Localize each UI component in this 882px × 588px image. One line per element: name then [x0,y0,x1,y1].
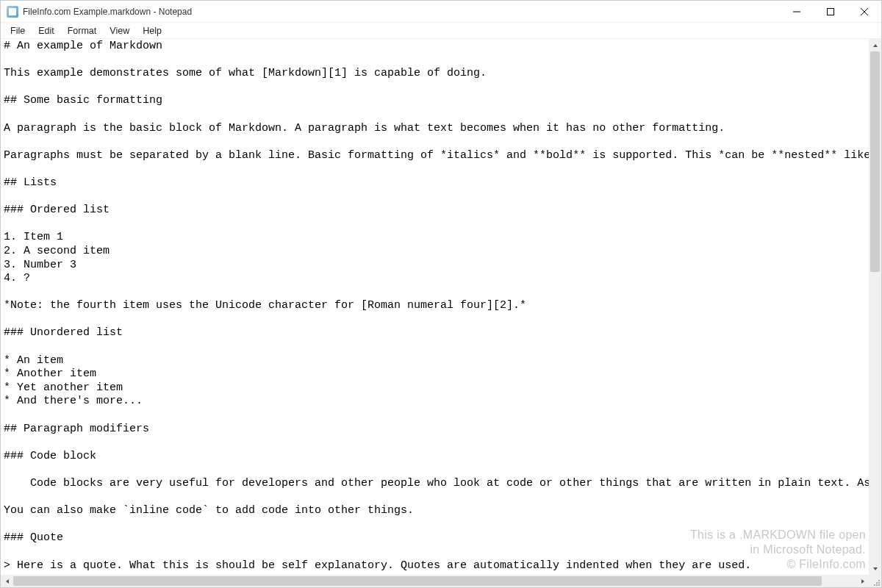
menu-bar: File Edit Format View Help [1,23,881,39]
svg-point-9 [878,580,880,581]
chevron-left-icon [4,578,10,584]
svg-point-8 [876,582,878,584]
maximize-button[interactable] [814,1,847,23]
vertical-scroll-track[interactable] [869,51,881,562]
menu-help[interactable]: Help [136,24,168,37]
svg-point-6 [874,584,875,586]
chevron-up-icon [872,43,878,49]
scroll-up-button[interactable] [869,39,881,51]
svg-rect-1 [828,8,834,15]
close-button[interactable] [847,1,881,23]
svg-point-4 [878,584,880,586]
svg-point-7 [878,582,880,584]
notepad-window: FileInfo.com Example.markdown - Notepad … [0,0,882,588]
close-icon [861,8,868,15]
notepad-icon [7,6,18,18]
minimize-icon [793,8,800,15]
minimize-button[interactable] [780,1,814,23]
bottom-scroll-row [1,575,881,587]
chevron-right-icon [860,578,866,584]
vertical-scrollbar[interactable] [869,39,881,575]
maximize-icon [827,8,834,15]
scroll-down-button[interactable] [869,562,881,575]
horizontal-scroll-thumb[interactable] [13,576,822,586]
menu-edit[interactable]: Edit [32,24,61,37]
menu-file[interactable]: File [4,24,32,37]
menu-format[interactable]: Format [61,24,104,37]
resize-grip[interactable] [869,575,881,587]
scroll-right-button[interactable] [856,575,869,587]
horizontal-scrollbar[interactable] [1,575,869,587]
text-editor[interactable]: # An example of Markdown This example de… [1,39,869,575]
window-title: FileInfo.com Example.markdown - Notepad [23,7,192,17]
scroll-left-button[interactable] [1,575,13,587]
svg-point-5 [876,584,878,586]
chevron-down-icon [872,566,878,572]
resize-grip-icon [872,578,881,587]
menu-view[interactable]: View [103,24,136,37]
editor-body: # An example of Markdown This example de… [1,39,881,575]
horizontal-scroll-track[interactable] [13,575,856,587]
title-bar[interactable]: FileInfo.com Example.markdown - Notepad [1,1,881,23]
vertical-scroll-thumb[interactable] [870,51,880,272]
